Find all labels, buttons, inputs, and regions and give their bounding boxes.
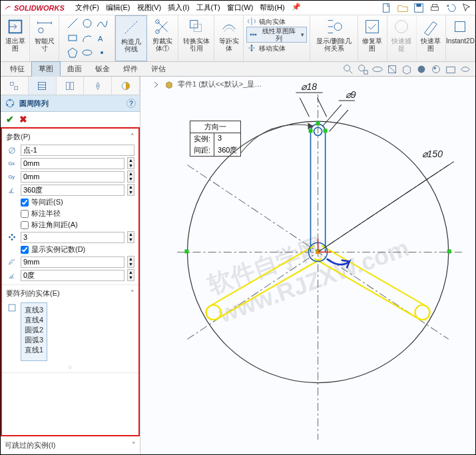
zoom-fit-icon[interactable]: [357, 63, 369, 75]
svg-rect-34: [15, 86, 18, 89]
center-x-input[interactable]: [21, 158, 124, 169]
ellipse-icon[interactable]: [81, 46, 94, 59]
undo-icon[interactable]: [445, 2, 457, 14]
menu-help[interactable]: 帮助(H): [257, 1, 287, 14]
menu-pin-icon[interactable]: 📌: [289, 1, 304, 14]
hide-show-icon[interactable]: [459, 63, 471, 75]
polygon-icon[interactable]: [66, 46, 79, 59]
cancel-button[interactable]: ✖: [19, 114, 27, 125]
svg-rect-35: [39, 82, 46, 89]
ribbon-exit-sketch[interactable]: 退出草图: [1, 15, 30, 61]
tab-surface[interactable]: 曲面: [61, 62, 89, 76]
chk-dimrad-label: 标注半径: [31, 209, 61, 219]
total-angle-input[interactable]: [21, 185, 124, 196]
chk-dim-radius-box[interactable]: [21, 210, 29, 218]
orbit-icon[interactable]: [371, 63, 383, 75]
instance-count-input[interactable]: [21, 232, 124, 243]
tab-evaluate[interactable]: 评估: [144, 62, 172, 76]
sec-skippable[interactable]: 可跳过的实例(I) ˅: [1, 436, 140, 454]
ribbon-mirror[interactable]: 镜向实体: [246, 17, 286, 26]
center-x-spin[interactable]: ▲▼: [127, 157, 134, 169]
menu-insert[interactable]: 插入(I): [165, 1, 192, 14]
tab-sheetmetal[interactable]: 钣金: [89, 62, 117, 76]
print-icon[interactable]: [429, 2, 441, 14]
pmgr-scroll[interactable]: 参数(P) ˄ Gx ▲▼ Gy ▲▼: [1, 127, 140, 436]
svg-point-12: [101, 51, 103, 54]
menu-file[interactable]: 文件(F): [73, 1, 102, 14]
arc-radius-input[interactable]: [21, 256, 124, 268]
ribbon-offset[interactable]: 等距实体: [214, 15, 244, 61]
center-y-spin[interactable]: ▲▼: [127, 171, 134, 183]
graphics-area[interactable]: 零件1 (默认<<默认>_显… 方向一 实例:3 间距:360度 软件自学网 w…: [140, 77, 475, 454]
menu-edit[interactable]: 编辑(E): [103, 1, 133, 14]
ribbon-repair[interactable]: 修复草图: [358, 15, 387, 61]
chk-dim-radius[interactable]: 标注半径: [21, 209, 134, 219]
menu-view[interactable]: 视图(V): [134, 1, 164, 14]
ribbon-convert[interactable]: 转换实体引用: [178, 15, 214, 61]
pmgr-tab-config[interactable]: [57, 77, 85, 95]
arc-radius-spin[interactable]: ▲▼: [127, 256, 134, 268]
pmgr-tab-dimxpert[interactable]: [84, 77, 112, 95]
menu-window[interactable]: 窗口(W): [224, 1, 256, 14]
total-angle-spin[interactable]: ▲▼: [127, 184, 134, 196]
chk-show-count-box[interactable]: [21, 246, 29, 254]
pmgr-tab-appearance[interactable]: [112, 77, 140, 95]
entities-listbox[interactable]: 直线3 直线4 圆弧2 圆弧3 直线1: [21, 302, 47, 361]
ribbon-linear-pattern[interactable]: 线性草图阵列▼: [246, 27, 307, 43]
list-item[interactable]: 圆弧2: [24, 325, 44, 335]
appearance-icon[interactable]: [430, 63, 442, 75]
parameters-heading[interactable]: 参数(P) ˄: [6, 131, 134, 143]
save-icon[interactable]: [413, 2, 425, 14]
ribbon-move[interactable]: 移动实体: [246, 43, 286, 53]
view-cube-icon[interactable]: [401, 63, 413, 75]
section-icon[interactable]: [386, 63, 398, 75]
tab-weld[interactable]: 焊件: [117, 62, 144, 76]
pmgr-tab-feature-tree[interactable]: [1, 77, 29, 95]
arc-icon[interactable]: [81, 31, 94, 45]
select-icon[interactable]: [461, 2, 473, 14]
svg-point-17: [250, 34, 252, 36]
list-item[interactable]: 直线3: [24, 305, 44, 315]
ribbon-quicksketch[interactable]: 快速草图: [417, 15, 446, 61]
open-icon[interactable]: [397, 2, 409, 14]
entities-heading[interactable]: 要阵列的实体(E) ˄: [6, 287, 134, 300]
text-icon[interactable]: A: [95, 31, 109, 45]
circle-icon[interactable]: [81, 17, 94, 30]
entities-grip-icon[interactable]: ○: [6, 364, 134, 370]
center-y-input[interactable]: [21, 171, 124, 183]
start-angle-input[interactable]: [21, 270, 124, 281]
ribbon-construction[interactable]: 构造几何线: [115, 15, 147, 61]
chk-show-count[interactable]: 显示实例记数(D): [21, 244, 134, 254]
tab-feature[interactable]: 特征: [3, 62, 31, 76]
tab-sketch[interactable]: 草图: [31, 61, 61, 77]
rect-icon[interactable]: [66, 31, 79, 45]
list-item[interactable]: 直线4: [24, 315, 44, 325]
ribbon-trim[interactable]: 剪裁实体①: [147, 15, 178, 61]
ribbon-instant2d[interactable]: Instant2D: [446, 15, 475, 61]
scene-icon[interactable]: [445, 63, 457, 75]
svg-rect-61: [316, 121, 320, 125]
center-point-input[interactable]: [21, 145, 134, 156]
point-icon[interactable]: [95, 46, 109, 59]
chk-equal-spacing[interactable]: 等间距(S): [21, 197, 134, 207]
pmgr-tab-property[interactable]: [29, 77, 57, 95]
chk-dim-ang-box[interactable]: [21, 221, 29, 229]
shade-icon[interactable]: [415, 63, 427, 75]
svg-point-7: [83, 19, 91, 27]
list-item[interactable]: 直线1: [24, 345, 44, 355]
list-item[interactable]: 圆弧3: [24, 335, 44, 345]
menu-tools[interactable]: 工具(T): [194, 1, 223, 14]
zoom-area-icon[interactable]: [342, 63, 354, 75]
pmgr-help-button[interactable]: ?: [126, 99, 136, 108]
ok-button[interactable]: ✔: [6, 114, 14, 125]
spline-icon[interactable]: [95, 17, 109, 30]
chk-dim-ang[interactable]: 标注角间距(A): [21, 220, 134, 230]
new-doc-icon[interactable]: [381, 2, 393, 14]
logo-mark-icon: [3, 3, 13, 13]
start-angle-spin[interactable]: ▲▼: [127, 269, 134, 281]
ribbon-smart-dim[interactable]: 智能尺寸: [30, 15, 59, 61]
ribbon-relations[interactable]: 显示/删除几何关系: [310, 15, 358, 61]
instance-count-spin[interactable]: ▲▼: [127, 231, 134, 243]
line-icon[interactable]: [66, 17, 79, 30]
chk-equal-spacing-box[interactable]: [21, 199, 29, 207]
